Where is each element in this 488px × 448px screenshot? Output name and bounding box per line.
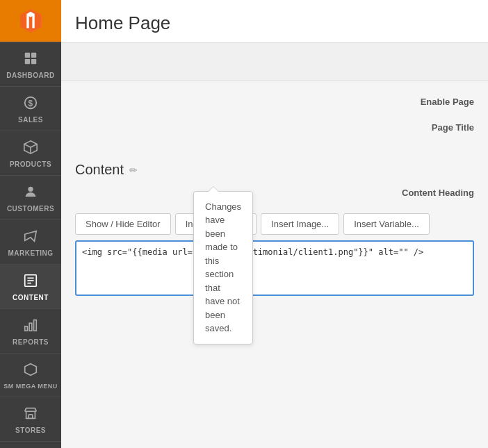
- content-heading-label: Content Heading: [402, 183, 474, 198]
- page-title-field-row: Page Title: [75, 118, 474, 133]
- svg-marker-17: [25, 364, 37, 376]
- sidebar-item-sm-mega-menu[interactable]: SM MEGA MENU: [0, 354, 61, 397]
- svg-rect-3: [31, 59, 36, 64]
- svg-line-7: [31, 144, 37, 147]
- sidebar-item-label: MARKETING: [8, 249, 53, 257]
- page-title: Home Page: [75, 13, 474, 34]
- sidebar-item-content[interactable]: CONTENT: [0, 265, 61, 309]
- products-icon: [23, 140, 38, 158]
- svg-rect-14: [25, 326, 28, 331]
- sidebar-item-marketing[interactable]: MARKETING: [0, 220, 61, 265]
- page-title-label: Page Title: [432, 118, 474, 133]
- marketing-icon: [23, 229, 38, 247]
- svg-rect-1: [31, 53, 36, 58]
- tooltip-box: Changes have been made to this section t…: [193, 191, 253, 345]
- sidebar-item-dashboard[interactable]: DASHBOARD: [0, 42, 61, 87]
- sales-icon: $: [23, 95, 38, 113]
- tooltip-text: Changes have been made to this section t…: [205, 201, 241, 334]
- sidebar-item-products[interactable]: PRODUCTS: [0, 131, 61, 176]
- svg-rect-15: [29, 323, 32, 331]
- svg-point-9: [28, 187, 33, 192]
- sidebar-item-label: SALES: [18, 116, 43, 124]
- reports-icon: [23, 317, 38, 335]
- svg-text:$: $: [28, 99, 33, 108]
- sidebar-item-customers[interactable]: CUSTOMERS: [0, 176, 61, 220]
- code-editor-input[interactable]: [76, 242, 473, 290]
- sidebar: DASHBOARD $ SALES PRODUCTS CUSTOMERS MAR…: [0, 0, 61, 448]
- customers-icon: [23, 184, 38, 202]
- sidebar-item-label: CONTENT: [13, 294, 49, 301]
- svg-rect-0: [25, 53, 30, 58]
- main-content: Home Page Enable Page Page Title Content…: [61, 0, 488, 448]
- enable-page-label: Enable Page: [421, 92, 474, 107]
- form-fields: Enable Page Page Title: [61, 81, 488, 155]
- sidebar-item-label: STORES: [15, 426, 46, 434]
- stores-icon: [23, 406, 38, 424]
- content-icon: [23, 273, 38, 291]
- sidebar-item-label: REPORTS: [13, 338, 49, 346]
- content-section-header: Content ✏ Changes have been made to this…: [61, 155, 488, 183]
- insert-image-button[interactable]: Insert Image...: [261, 213, 339, 235]
- sidebar-item-label: PRODUCTS: [10, 160, 51, 168]
- svg-line-8: [24, 144, 31, 147]
- content-heading-field-row: Content Heading: [75, 183, 474, 198]
- edit-icon[interactable]: ✏: [129, 165, 138, 176]
- svg-rect-16: [34, 320, 37, 331]
- sidebar-logo: [0, 0, 61, 42]
- magento-logo-icon: [17, 8, 44, 34]
- page-header: Home Page: [61, 0, 488, 43]
- sidebar-item-label: CUSTOMERS: [7, 205, 54, 213]
- sidebar-item-sales[interactable]: $ SALES: [0, 87, 61, 131]
- top-toolbar: [61, 43, 488, 81]
- svg-rect-2: [25, 59, 30, 64]
- code-editor: [75, 240, 474, 296]
- dashboard-icon: [23, 51, 38, 69]
- enable-page-field-row: Enable Page: [75, 92, 474, 107]
- content-section-title: Content: [75, 162, 124, 178]
- sm-mega-menu-icon: [23, 362, 38, 380]
- sidebar-item-label: SM MEGA MENU: [3, 383, 58, 390]
- sidebar-item-stores[interactable]: STORES: [0, 397, 61, 442]
- insert-variable-button[interactable]: Insert Variable...: [343, 213, 430, 235]
- sidebar-item-label: DASHBOARD: [6, 72, 55, 79]
- content-area: Enable Page Page Title Content ✏ Changes…: [61, 43, 488, 448]
- editor-toolbar: Show / Hide Editor Insert Widget... Inse…: [61, 213, 488, 240]
- sidebar-item-reports[interactable]: REPORTS: [0, 309, 61, 354]
- content-fields: Content Heading: [61, 183, 488, 213]
- show-hide-editor-button[interactable]: Show / Hide Editor: [75, 213, 171, 235]
